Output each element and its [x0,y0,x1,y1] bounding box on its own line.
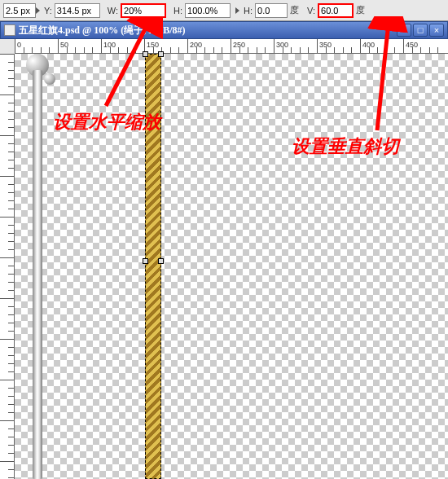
transform-handle[interactable] [143,51,148,57]
ruler-horizontal [15,39,448,54]
transform-handle[interactable] [158,51,164,57]
deg2-label: 度 [356,4,365,16]
close-button[interactable]: × [429,24,444,37]
document-icon [4,24,15,36]
skew-v-label: V: [307,6,315,15]
ruler-vertical [0,54,15,479]
transform-handle[interactable] [143,258,148,264]
h-label: H: [173,6,182,15]
y-label: Y: [44,6,52,15]
transform-options-bar: Y: W: H: H: 度 V: 度 [0,0,448,21]
transform-handle[interactable] [158,258,164,264]
deg1-label: 度 [290,4,299,16]
minimize-button[interactable]: − [397,24,411,37]
tri-icon [36,7,40,14]
h-input[interactable] [185,3,231,18]
y-input[interactable] [55,3,100,18]
flagpole [33,70,42,479]
x-input[interactable] [3,3,36,18]
w-input[interactable] [121,3,166,18]
skew-h-label: H: [244,6,253,15]
tri-icon-2 [235,7,239,14]
skew-h-input[interactable] [255,3,288,18]
document-titlebar: 五星红旗4.psd @ 100% (绳子, RGB/8#) − □ × [0,21,448,39]
skew-v-input[interactable] [318,3,354,18]
annotation-text-right: 设置垂直斜切 [292,134,399,159]
flagpole-ball-small [44,73,55,85]
w-label: W: [108,6,118,15]
maximize-button[interactable]: □ [413,24,428,37]
document-title: 五星红旗4.psd @ 100% (绳子, RGB/8#) [19,24,397,37]
annotation-text-left: 设置水平缩放 [53,110,160,134]
